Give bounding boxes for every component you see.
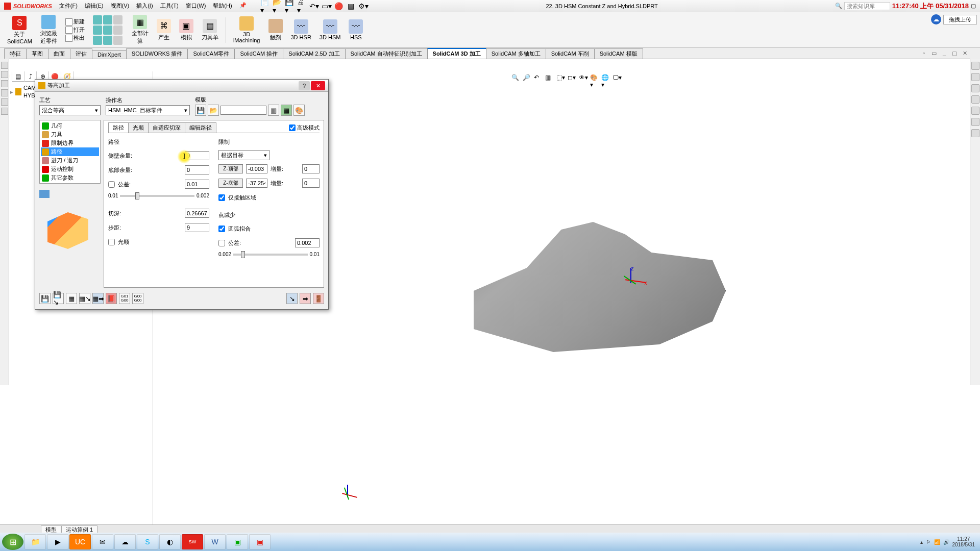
- zoom-fit-icon[interactable]: 🔍: [511, 73, 521, 84]
- tab-dimxpert[interactable]: DimXpert: [92, 50, 127, 59]
- ribbon-about[interactable]: S 关于 SolidCAM: [3, 13, 36, 46]
- footer-g01-icon[interactable]: G01 G00: [119, 293, 130, 304]
- strip-btn[interactable]: [1, 98, 8, 106]
- grid-toggle-icon[interactable]: [39, 190, 50, 198]
- template-open-icon[interactable]: 📂: [208, 105, 219, 116]
- ribbon-toollist[interactable]: ▤ 刀具单: [198, 13, 223, 46]
- tray-up-icon[interactable]: ▴: [920, 539, 923, 545]
- optree-motion[interactable]: 运动控制: [41, 165, 99, 173]
- taskpane-forum-icon[interactable]: [971, 129, 979, 137]
- footer-calc-icon[interactable]: ▦: [66, 293, 77, 304]
- footer-save-icon[interactable]: 💾: [39, 293, 51, 304]
- optree-boundary[interactable]: 限制边界: [41, 139, 99, 147]
- footer-book-icon[interactable]: 📕: [106, 293, 117, 304]
- footer-sim-icon[interactable]: ▦➡: [92, 293, 104, 304]
- optree-path[interactable]: 路径: [41, 147, 99, 156]
- display-style-icon[interactable]: ◻▾: [567, 73, 577, 84]
- ribbon-produce[interactable]: ⌘ 产生: [153, 13, 175, 46]
- ribbon-simulate[interactable]: ▣ 模拟: [175, 13, 198, 46]
- tray-flag-icon[interactable]: 🏳: [926, 539, 931, 545]
- ribbon-calc[interactable]: ▦ 全部计 算: [128, 13, 153, 46]
- save-icon[interactable]: 💾▾: [284, 1, 296, 12]
- incr-top-input[interactable]: [302, 164, 320, 173]
- ribbon-new[interactable]: 新建 打开 检出: [61, 13, 89, 46]
- tol-check[interactable]: [108, 181, 115, 188]
- search-icon[interactable]: 🔍: [835, 3, 842, 9]
- task-uc[interactable]: UC: [69, 534, 91, 549]
- taskpane-explorer-icon[interactable]: [971, 84, 979, 92]
- tray-clock[interactable]: 11:27 2018/5/31: [952, 536, 975, 547]
- menu-tools[interactable]: 工具(T): [157, 1, 182, 11]
- tab-solidcam-25d[interactable]: SolidCAM 2.5D 加工: [283, 48, 345, 59]
- template-btn1-icon[interactable]: ▥: [268, 105, 279, 116]
- task-camtasia[interactable]: ▣: [249, 534, 271, 549]
- task-mediaplayer[interactable]: ▶: [47, 534, 68, 549]
- cutdepth-input[interactable]: [185, 209, 209, 218]
- task-word[interactable]: W: [204, 534, 226, 549]
- start-button[interactable]: ⊞: [2, 534, 23, 550]
- limit-combo[interactable]: 根据目标▾: [218, 150, 270, 160]
- tab-solidcam-multi[interactable]: SolidCAM 多轴加工: [486, 48, 546, 59]
- menu-insert[interactable]: 插入(I): [133, 1, 156, 11]
- advanced-mode-check[interactable]: [289, 124, 296, 131]
- tab-solidcam-ops[interactable]: SolidCAM 操作: [234, 48, 283, 59]
- tab-solidcam-3d[interactable]: SolidCAM 3D 加工: [427, 48, 486, 59]
- strip-btn[interactable]: [1, 108, 8, 115]
- ribbon-simtouch[interactable]: 触剂: [264, 13, 287, 46]
- menu-view[interactable]: 视图(V): [108, 1, 133, 11]
- menu-file[interactable]: 文件(F): [56, 1, 81, 11]
- ribbon-recent[interactable]: 浏览最 近零件: [36, 13, 61, 46]
- zbot-button[interactable]: Z-底部: [218, 179, 243, 188]
- hide-show-icon[interactable]: 👁▾: [578, 73, 589, 84]
- prev-view-icon[interactable]: ↶: [533, 73, 544, 84]
- tab-evaluate[interactable]: 评估: [70, 48, 92, 59]
- open-doc-icon[interactable]: 📂▾: [272, 1, 283, 12]
- ribbon-hss[interactable]: 〰 HSS: [345, 13, 367, 46]
- tab-solidcam-template[interactable]: SolidCAM 模版: [594, 48, 643, 59]
- menu-pin-icon[interactable]: 📌: [236, 1, 250, 11]
- optree-geometry[interactable]: 几何: [41, 121, 99, 130]
- step-input[interactable]: [185, 223, 209, 232]
- footer-next-icon[interactable]: ➡: [300, 293, 311, 304]
- optree-leadinout[interactable]: 进刀 / 退刀: [41, 156, 99, 165]
- task-outlook[interactable]: ✉: [92, 534, 113, 549]
- tech-combo[interactable]: 混合等高▾: [39, 105, 101, 115]
- strip-btn[interactable]: [1, 80, 8, 87]
- view-orient-icon[interactable]: ⬚▾: [556, 73, 566, 84]
- taskpane-appear-icon[interactable]: [971, 107, 979, 115]
- document-window-controls[interactable]: ▫▭_▢✕: [920, 49, 969, 57]
- smooth-check[interactable]: [108, 239, 115, 245]
- optree-other[interactable]: ✚其它参数: [41, 173, 99, 182]
- fm-tab-props[interactable]: ▤: [12, 71, 24, 82]
- subtab-path[interactable]: 路径: [108, 122, 129, 133]
- strip-btn[interactable]: [1, 71, 8, 78]
- tab-solidcam-part[interactable]: SolidCAM零件: [187, 48, 235, 59]
- tol2-input[interactable]: [295, 238, 320, 247]
- tab-solidcam-afr[interactable]: SolidCAM 自动特征识别加工: [345, 48, 428, 59]
- contact-check[interactable]: [218, 194, 225, 201]
- menu-window[interactable]: 窗口(W): [183, 1, 209, 11]
- incr-bot-input[interactable]: [302, 179, 320, 188]
- subtab-adaptive[interactable]: 自适应切深: [148, 122, 185, 133]
- print-icon[interactable]: 🖨▾: [297, 1, 308, 12]
- tol-slider[interactable]: [120, 195, 194, 197]
- view-settings-icon[interactable]: 🖵▾: [612, 73, 622, 84]
- appearance-icon[interactable]: 🎨▾: [590, 73, 600, 84]
- taskpane-view-icon[interactable]: [971, 95, 979, 104]
- window-close-icon[interactable]: ▢: [971, 3, 976, 9]
- options-icon[interactable]: ▤: [346, 1, 357, 12]
- section-icon[interactable]: ▥: [545, 73, 555, 84]
- cloud-icon[interactable]: ☁: [931, 14, 941, 24]
- task-green[interactable]: ▣: [227, 534, 248, 549]
- template-save-icon[interactable]: 💾: [195, 105, 206, 116]
- zoom-area-icon[interactable]: 🔎: [522, 73, 532, 84]
- ztop-input[interactable]: [246, 164, 267, 173]
- sidewall-input[interactable]: [185, 151, 209, 160]
- taskpane-lib-icon[interactable]: [971, 73, 979, 81]
- ribbon-hsr[interactable]: 〰 3D HSR: [287, 13, 315, 46]
- tab-solidcam-turn[interactable]: SolidCAM 车削: [546, 48, 595, 59]
- zbot-input[interactable]: [246, 179, 267, 188]
- strip-btn[interactable]: [1, 89, 8, 96]
- tab-feature[interactable]: 特征: [4, 48, 27, 59]
- template-field[interactable]: [220, 106, 266, 115]
